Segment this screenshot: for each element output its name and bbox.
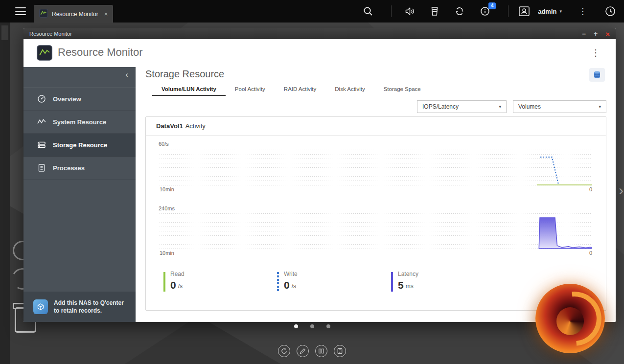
target-dropdown-value: Volumes bbox=[518, 103, 541, 110]
window-title: Resource Monitor bbox=[29, 31, 72, 37]
topbar-divider bbox=[508, 5, 508, 17]
qcenter-banner[interactable]: Add this NAS to Q'center to retain recor… bbox=[23, 292, 136, 322]
filter-row: IOPS/Latency ▾ Volumes ▾ bbox=[417, 100, 606, 113]
sidebar-item-label: Storage Resource bbox=[53, 141, 107, 149]
close-button[interactable]: × bbox=[605, 30, 610, 38]
legend-read-color-bar bbox=[163, 272, 165, 292]
search-icon[interactable] bbox=[363, 6, 373, 17]
gauge-icon bbox=[37, 94, 46, 104]
sync-icon[interactable] bbox=[454, 6, 465, 17]
top-bar: Resource Monitor × 4 bbox=[0, 0, 624, 23]
taskbar-tab-resource-monitor[interactable]: Resource Monitor × bbox=[34, 5, 113, 23]
taskbar-tab-label: Resource Monitor bbox=[52, 11, 98, 18]
legend-read: Read 0 /s bbox=[163, 271, 185, 292]
resource-monitor-window: Resource Monitor – + × Resource Monitor … bbox=[23, 28, 616, 322]
legend-latency: Latency 5 ms bbox=[391, 271, 418, 292]
sidebar-item-overview[interactable]: Overview bbox=[23, 88, 136, 111]
latency-chart-xaxis: 10min 0 bbox=[160, 250, 592, 256]
tab-disk-activity[interactable]: Disk Activity bbox=[325, 84, 374, 96]
activity-card: DataVol1 Activity 60/s 10min 0 240ms 10m… bbox=[145, 116, 606, 311]
xaxis-left-label: 10min bbox=[160, 250, 174, 256]
xaxis-right-label: 0 bbox=[589, 250, 592, 256]
maximize-button[interactable]: + bbox=[594, 30, 598, 37]
sidebar-item-system-resource[interactable]: System Resource bbox=[23, 111, 136, 134]
storage-database-icon[interactable] bbox=[589, 68, 605, 82]
watermark-logo bbox=[535, 284, 605, 353]
dashboard-icon[interactable] bbox=[604, 5, 616, 17]
iops-chart-xaxis: 10min 0 bbox=[160, 186, 592, 192]
qcenter-text-line2: to retain records. bbox=[54, 307, 102, 314]
legend-read-value: 0 bbox=[170, 280, 176, 290]
notification-badge: 4 bbox=[488, 2, 496, 9]
tab-bar: Volume/LUN Activity Pool Activity RAID A… bbox=[152, 84, 430, 96]
app-title: Resource Monitor bbox=[58, 46, 143, 59]
pager-dot[interactable] bbox=[294, 324, 298, 328]
legend-latency-label: Latency bbox=[398, 271, 418, 277]
card-title-suffix: Activity bbox=[185, 122, 206, 130]
main-content: Storage Resource Volume/LUN Activity Poo… bbox=[136, 67, 616, 322]
chevron-down-icon: ▾ bbox=[559, 9, 562, 14]
sidebar-item-storage-resource[interactable]: Storage Resource bbox=[23, 134, 136, 157]
iops-chart-ymax-label: 60/s bbox=[159, 141, 169, 147]
columns-icon[interactable] bbox=[315, 345, 327, 357]
notes-icon[interactable] bbox=[334, 345, 346, 357]
card-title-volume: DataVol1 bbox=[156, 122, 183, 130]
minimize-button[interactable]: – bbox=[582, 30, 586, 37]
drive-stack-icon bbox=[37, 140, 46, 150]
legend-latency-color-bar bbox=[391, 272, 393, 292]
legend-read-label: Read bbox=[170, 271, 185, 277]
resource-monitor-app-icon bbox=[37, 45, 52, 63]
chevron-down-icon: ▾ bbox=[499, 104, 501, 109]
app-more-options-icon[interactable]: ⋮ bbox=[591, 47, 600, 58]
desktop-pager bbox=[0, 324, 624, 328]
tab-pool-activity[interactable]: Pool Activity bbox=[226, 84, 275, 96]
recycle-icon[interactable] bbox=[278, 345, 290, 357]
volume-icon[interactable] bbox=[404, 6, 415, 17]
legend-write-unit: /s bbox=[292, 283, 296, 290]
more-options-icon[interactable]: ⋮ bbox=[578, 7, 587, 16]
latency-chart bbox=[160, 213, 592, 249]
desktop-left-strip bbox=[0, 0, 10, 364]
qcenter-cube-icon bbox=[33, 299, 48, 314]
notifications-icon[interactable]: 4 bbox=[480, 6, 490, 17]
main-menu-icon[interactable] bbox=[15, 7, 26, 15]
target-dropdown[interactable]: Volumes ▾ bbox=[513, 100, 606, 113]
xaxis-left-label: 10min bbox=[160, 186, 174, 192]
pager-dot[interactable] bbox=[326, 324, 330, 328]
legend-write-color-bar bbox=[277, 272, 279, 292]
user-panel-icon[interactable] bbox=[518, 6, 530, 17]
desktop-left-strip-accent bbox=[1, 25, 8, 40]
sidebar: ‹ Overview System Resource bbox=[23, 67, 136, 322]
legend-write: Write 0 /s bbox=[277, 271, 298, 292]
background-tasks-icon[interactable] bbox=[430, 6, 439, 17]
metric-dropdown-value: IOPS/Latency bbox=[422, 103, 459, 110]
tab-raid-activity[interactable]: RAID Activity bbox=[275, 84, 325, 96]
tab-close-icon[interactable]: × bbox=[104, 10, 108, 18]
user-menu[interactable]: admin ▾ bbox=[538, 8, 562, 15]
user-name-label: admin bbox=[538, 8, 556, 15]
legend-write-label: Write bbox=[284, 271, 298, 277]
chevron-down-icon: ▾ bbox=[599, 104, 601, 109]
document-list-icon bbox=[37, 163, 46, 173]
legend-latency-unit: ms bbox=[406, 283, 414, 290]
window-titlebar[interactable]: Resource Monitor – + × bbox=[23, 28, 616, 39]
qcenter-text-line1: Add this NAS to Q'center bbox=[54, 299, 124, 306]
metric-dropdown[interactable]: IOPS/Latency ▾ bbox=[417, 100, 507, 113]
sidebar-collapse-icon[interactable]: ‹ bbox=[125, 70, 128, 79]
next-desktop-chevron-icon[interactable]: › bbox=[619, 183, 624, 198]
pager-dot[interactable] bbox=[310, 324, 314, 328]
card-header: DataVol1 Activity bbox=[146, 117, 606, 136]
resource-monitor-app-icon bbox=[39, 9, 48, 20]
sidebar-item-processes[interactable]: Processes bbox=[23, 157, 136, 180]
iops-chart bbox=[160, 150, 592, 185]
tab-storage-space[interactable]: Storage Space bbox=[374, 84, 430, 96]
page-title: Storage Resource bbox=[145, 68, 224, 80]
sidebar-item-label: System Resource bbox=[53, 118, 106, 126]
edit-pencil-icon[interactable] bbox=[297, 345, 309, 357]
latency-chart-ymax-label: 240ms bbox=[159, 205, 175, 211]
legend-latency-value: 5 bbox=[398, 280, 404, 290]
desktop: Resource Monitor × 4 bbox=[0, 0, 624, 364]
desktop-dock bbox=[0, 345, 624, 357]
sidebar-item-label: Processes bbox=[53, 164, 85, 172]
tab-volume-lun-activity[interactable]: Volume/LUN Activity bbox=[152, 84, 226, 96]
